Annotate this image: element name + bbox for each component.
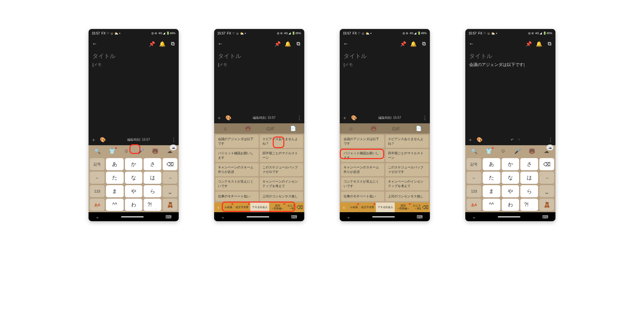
phrase-item[interactable]: このスケジュールバッファゼロです [385, 163, 429, 176]
archive-icon[interactable]: ⧉ [170, 41, 175, 47]
key-ka[interactable]: か [125, 158, 143, 170]
symbol-key[interactable]: 記号 [467, 158, 481, 170]
key-wa[interactable]: わ [125, 199, 143, 211]
phrase-item[interactable]: 四半期ごとのマイルストーン [385, 149, 429, 162]
sticker-key[interactable]: 🧸 [539, 199, 554, 211]
archive-icon[interactable]: ⧉ [295, 41, 301, 47]
mic-icon[interactable]: 🎤 [510, 147, 525, 156]
delete-key[interactable]: ⌫ [163, 158, 177, 170]
pin-icon[interactable]: 📌 [275, 41, 280, 47]
note-title-placeholder[interactable]: タイトル [92, 52, 175, 60]
add-icon[interactable]: ＋ [342, 115, 347, 121]
bell-icon[interactable]: 🔔 [159, 41, 165, 47]
space-key[interactable]: ␣ [163, 185, 177, 197]
key-face[interactable]: ^^ [483, 199, 500, 211]
category-item-selected[interactable]: デキる社会人 [250, 203, 269, 212]
palette-icon[interactable]: 🎨 [351, 115, 357, 121]
phrase-item[interactable]: 上司のコンセンサス無し [260, 192, 303, 201]
archive-icon[interactable]: ⧉ [421, 41, 427, 47]
more-icon[interactable]: ⋮ [171, 137, 176, 143]
pin-icon[interactable]: 📌 [400, 41, 406, 47]
pin-icon[interactable]: 📌 [526, 41, 532, 47]
category-delete[interactable]: ⌫ [295, 203, 304, 212]
add-icon[interactable]: ＋ [91, 137, 96, 143]
key-a[interactable]: あ [106, 158, 124, 170]
phrase-item[interactable]: 仕事のモチベート低い [215, 192, 259, 201]
back-icon[interactable]: ← [343, 41, 349, 47]
nav-down-icon[interactable]: ⌄ [472, 214, 476, 219]
tab-gif[interactable]: GIF [385, 123, 407, 134]
nav-keyboard-icon[interactable]: ⌨ [542, 214, 548, 219]
category-left-arrow[interactable]: ‹ [340, 203, 348, 212]
num-key[interactable]: 123 [90, 185, 105, 197]
pin-icon[interactable]: 📌 [149, 41, 155, 47]
right-key[interactable]: → [539, 172, 554, 184]
key-ha[interactable]: は [520, 172, 538, 184]
search-icon[interactable]: 🔍 [90, 147, 105, 156]
key-wa[interactable]: わ [502, 199, 519, 211]
category-left-arrow[interactable]: ‹ [214, 203, 223, 212]
key-ma[interactable]: ま [106, 185, 124, 197]
phrase-item[interactable]: 上司のコンセンサス無し [385, 192, 429, 201]
back-icon[interactable]: ← [217, 41, 223, 47]
home-handle[interactable] [247, 216, 269, 217]
bell-icon[interactable]: 🔔 [536, 41, 542, 47]
category-item[interactable]: ル会議 [348, 203, 359, 212]
back-icon[interactable]: ← [469, 41, 474, 47]
phrase-item[interactable]: コンテキストが見えにくいです [215, 177, 259, 190]
nav-keyboard-icon[interactable]: ⌨ [291, 214, 297, 219]
key-ra[interactable]: ら [520, 185, 538, 197]
bear-icon[interactable]: 🐻 [148, 147, 163, 156]
key-ya[interactable]: や [502, 185, 519, 197]
undo-icon[interactable]: ↶ [511, 138, 514, 142]
key-ya[interactable]: や [125, 185, 143, 197]
note-title-placeholder[interactable]: タイトル [344, 52, 426, 60]
tab-bear-icon[interactable]: 🐻 [362, 123, 385, 134]
category-item[interactable]: ル会議 [223, 203, 234, 212]
category-item[interactable]: おじさん会＜挨拶＞ [411, 203, 421, 212]
bell-icon[interactable]: 🔔 [285, 41, 291, 47]
sticker-key[interactable]: 🧸 [163, 199, 177, 211]
nav-keyboard-icon[interactable]: ⌨ [166, 214, 172, 219]
tab-clipboard-icon[interactable]: 📄 [282, 123, 304, 134]
phrase-item[interactable]: このスケジュールバッファゼロです [260, 163, 303, 176]
add-icon[interactable]: ＋ [217, 115, 222, 121]
key-ma[interactable]: ま [483, 185, 500, 197]
key-ka[interactable]: か [502, 158, 519, 170]
bell-icon[interactable]: 🔔 [411, 41, 416, 47]
nav-down-icon[interactable]: ⌄ [347, 214, 350, 219]
palette-icon[interactable]: 🎨 [100, 137, 106, 143]
phrase-item[interactable]: キャンペーンのインセンティブを考えて [385, 177, 429, 190]
category-delete[interactable]: ⌫ [421, 203, 430, 212]
category-item[interactable]: 絵文字攻撃 [359, 203, 376, 212]
phrase-item[interactable]: エビデンスありませんよね？ [260, 135, 303, 148]
lang-key[interactable]: あA [90, 199, 105, 211]
tab-clipboard-icon[interactable]: 📄 [407, 123, 430, 134]
right-key[interactable]: → [163, 172, 177, 184]
more-icon[interactable]: ⋮ [297, 115, 302, 121]
key-punct[interactable]: ?!、。 [144, 199, 161, 211]
key-na[interactable]: な [125, 172, 143, 184]
key-sa[interactable]: さ [520, 158, 538, 170]
note-body[interactable]: タイトル |メモ [89, 50, 179, 134]
category-item[interactable]: 絵文字攻撃 [234, 203, 250, 212]
tab-emoji-icon[interactable]: ☺ [214, 123, 237, 134]
add-icon[interactable]: ＋ [468, 137, 473, 143]
phrase-item[interactable]: バジェット確認お願いします [341, 149, 384, 162]
delete-key[interactable]: ⌫ [539, 158, 554, 170]
archive-icon[interactable]: ⧉ [546, 41, 552, 47]
key-na[interactable]: な [502, 172, 519, 184]
key-sa[interactable]: さ [144, 158, 161, 170]
emoji-face-icon[interactable]: ☺ [119, 147, 134, 156]
nav-keyboard-icon[interactable]: ⌨ [417, 214, 423, 219]
left-key[interactable]: ← [90, 172, 105, 184]
phrase-item[interactable]: キャンペーンのスキーム作りが必須 [215, 163, 259, 176]
category-item[interactable]: 就活＜面接編＞ [395, 203, 411, 212]
more-icon[interactable]: ⋮ [548, 137, 553, 143]
tab-bear-icon[interactable]: 🐻 [237, 123, 259, 134]
tab-emoji-icon[interactable]: ☺ [340, 123, 362, 134]
redo-icon[interactable]: ↷ [517, 138, 520, 142]
phrase-item[interactable]: 会議のアジェンダは以下です [341, 135, 384, 148]
home-handle[interactable] [372, 216, 395, 217]
phrase-item[interactable]: 四半期ごとのマイルストーン [260, 149, 303, 162]
